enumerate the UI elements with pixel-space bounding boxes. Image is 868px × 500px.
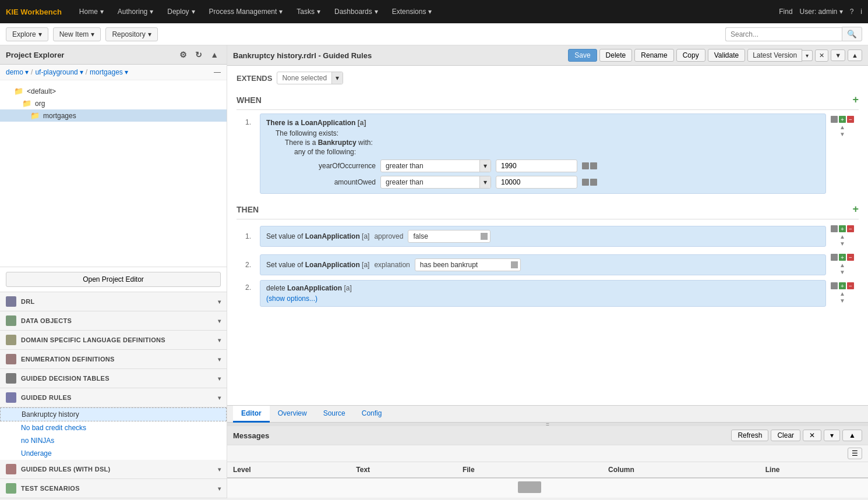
nav-home[interactable]: Home ▾ xyxy=(73,5,110,19)
year-operator-dropdown[interactable]: greater than ▾ xyxy=(380,159,491,172)
search-button[interactable]: 🔍 xyxy=(842,27,862,41)
amount-value-input[interactable] xyxy=(496,176,577,189)
guided-rules-no-ninjas[interactable]: no NINJAs xyxy=(0,434,227,447)
then1-up-icon[interactable]: ▲ xyxy=(839,233,845,240)
section-guided-rules[interactable]: GUIDED RULES ▾ xyxy=(0,388,227,407)
extends-select[interactable]: None selected ▾ xyxy=(277,72,343,84)
show-options-link[interactable]: (show options...) xyxy=(266,295,820,303)
cond1-up-icon[interactable]: ▲ xyxy=(839,124,845,130)
version-dropdown-arrow[interactable]: ▾ xyxy=(802,50,813,61)
copy-button[interactable]: Copy xyxy=(676,49,705,62)
amount-ctrl-2[interactable] xyxy=(590,179,597,186)
then3-delete-icon[interactable]: − xyxy=(847,282,854,289)
help-icon[interactable]: ? xyxy=(850,8,854,16)
section-enum[interactable]: ENUMERATION DEFINITIONS ▾ xyxy=(0,350,227,369)
guided-rules-underage[interactable]: Underage xyxy=(0,447,227,460)
gear-icon[interactable]: ⚙ xyxy=(177,49,189,61)
tab-editor[interactable]: Editor xyxy=(233,406,270,423)
then2-up-icon[interactable]: ▲ xyxy=(839,262,845,268)
then2-ctrl-box[interactable] xyxy=(831,254,838,261)
then-action-1-clear-icon[interactable] xyxy=(481,233,488,240)
then1-down-icon[interactable]: ▼ xyxy=(839,240,845,247)
rename-button[interactable]: Rename xyxy=(634,49,673,62)
amount-operator-dropdown[interactable]: greater than ▾ xyxy=(380,176,491,189)
close-rule-icon[interactable]: ✕ xyxy=(815,49,828,62)
cond1-add-icon[interactable]: + xyxy=(839,116,846,123)
cond1-ctrl-box1[interactable] xyxy=(831,116,838,123)
refresh-sidebar-icon[interactable]: ↻ xyxy=(193,49,204,61)
section-guided-decision-tables[interactable]: GUIDED DECISION TABLES ▾ xyxy=(0,369,227,388)
section-drl[interactable]: DRL ▾ xyxy=(0,292,227,311)
open-project-editor-button[interactable]: Open Project Editor xyxy=(6,272,221,287)
clear-messages-button[interactable]: Clear xyxy=(771,430,800,441)
latest-version-button[interactable]: Latest Version xyxy=(747,49,802,62)
then2-delete-icon[interactable]: − xyxy=(847,254,854,261)
then-action-2-clear-icon[interactable] xyxy=(511,261,518,268)
add-when-condition-button[interactable]: + xyxy=(852,94,859,106)
sidebar-header-icons: ⚙ ↻ ▲ xyxy=(177,49,221,61)
extends-dropdown-arrow[interactable]: ▾ xyxy=(331,72,343,84)
then2-add-icon[interactable]: + xyxy=(839,254,846,261)
year-value-input[interactable] xyxy=(496,159,577,172)
then3-up-icon[interactable]: ▲ xyxy=(839,290,845,297)
year-ctrl-1[interactable] xyxy=(582,162,589,169)
expand-icon[interactable]: ▲ xyxy=(208,49,221,61)
delete-button[interactable]: Delete xyxy=(599,49,633,62)
nav-dashboards[interactable]: Dashboards ▾ xyxy=(329,5,384,19)
nav-deploy[interactable]: Deploy ▾ xyxy=(161,5,200,19)
year-operator-arrow[interactable]: ▾ xyxy=(479,160,491,172)
section-dsl[interactable]: DOMAIN SPECIFIC LANGUAGE DEFINITIONS ▾ xyxy=(0,331,227,350)
validate-button[interactable]: Validate xyxy=(708,49,745,62)
tree-item-mortgages[interactable]: 📁 mortgages xyxy=(0,109,227,122)
cond1-down-icon[interactable]: ▼ xyxy=(839,131,845,137)
then1-ctrl-box[interactable] xyxy=(831,225,838,232)
then1-delete-icon[interactable]: − xyxy=(847,225,854,232)
cond1-delete-icon[interactable]: − xyxy=(847,116,854,123)
search-input[interactable] xyxy=(725,27,842,41)
amount-operator-arrow[interactable]: ▾ xyxy=(479,176,491,188)
user-menu[interactable]: User: admin ▾ xyxy=(800,8,843,16)
then3-down-icon[interactable]: ▼ xyxy=(839,297,845,304)
tab-overview[interactable]: Overview xyxy=(270,406,315,423)
tree-item-default[interactable]: 📁 <default> xyxy=(0,85,227,97)
maximize-rule-icon[interactable]: ▲ xyxy=(848,49,862,61)
save-button[interactable]: Save xyxy=(568,49,597,62)
rule-title: Bankruptcy history.rdrl - Guided Rules xyxy=(233,51,372,60)
messages-up-icon[interactable]: ▲ xyxy=(842,430,862,441)
messages-list-view-button[interactable]: ☰ xyxy=(848,448,862,459)
find-link[interactable]: Find xyxy=(779,8,792,16)
tree-item-org[interactable]: 📁 org xyxy=(0,97,227,109)
section-data-objects[interactable]: DATA OBJECTS ▾ xyxy=(0,311,227,331)
collapse-rule-icon[interactable]: ▼ xyxy=(831,49,845,61)
breadcrumb-mortgages[interactable]: mortgages ▾ xyxy=(90,68,128,76)
section-test-scenarios[interactable]: TEST SCENARIOS ▾ xyxy=(0,479,227,498)
section-guided-rules-dsl[interactable]: GUIDED RULES (WITH DSL) ▾ xyxy=(0,460,227,479)
then-action-2-text: Set value of LoanApplication [a] xyxy=(266,261,369,269)
then2-down-icon[interactable]: ▼ xyxy=(839,269,845,275)
then3-ctrl-box[interactable] xyxy=(831,282,838,289)
breadcrumb-uf-playground[interactable]: uf-playground ▾ xyxy=(35,68,83,76)
close-messages-icon[interactable]: ✕ xyxy=(803,430,821,441)
then3-add-icon[interactable]: + xyxy=(839,282,846,289)
tab-source[interactable]: Source xyxy=(315,406,354,423)
then1-add-icon[interactable]: + xyxy=(839,225,846,232)
refresh-messages-button[interactable]: Refresh xyxy=(731,430,768,441)
breadcrumb-demo[interactable]: demo ▾ xyxy=(6,68,29,76)
year-ctrl-2[interactable] xyxy=(590,162,597,169)
nav-authoring[interactable]: Authoring ▾ xyxy=(112,5,159,19)
explore-button[interactable]: Explore ▾ xyxy=(6,27,48,41)
new-item-button[interactable]: New Item ▾ xyxy=(53,27,101,41)
nav-process-management[interactable]: Process Management ▾ xyxy=(203,5,289,19)
collapse-breadcrumb-icon[interactable]: — xyxy=(214,68,221,76)
nav-extensions[interactable]: Extensions ▾ xyxy=(386,5,438,19)
messages-down-icon[interactable]: ▾ xyxy=(824,430,840,441)
guided-rules-bankruptcy-history[interactable]: Bankruptcy history xyxy=(0,407,227,421)
messages-file-placeholder xyxy=(518,481,541,493)
tab-config[interactable]: Config xyxy=(354,406,390,423)
info-icon[interactable]: i xyxy=(860,8,862,16)
nav-tasks[interactable]: Tasks ▾ xyxy=(291,5,326,19)
guided-rules-no-bad-credit[interactable]: No bad credit checks xyxy=(0,421,227,434)
amount-ctrl-1[interactable] xyxy=(582,179,589,186)
repository-button[interactable]: Repository ▾ xyxy=(105,27,157,41)
add-then-action-button[interactable]: + xyxy=(852,203,859,215)
